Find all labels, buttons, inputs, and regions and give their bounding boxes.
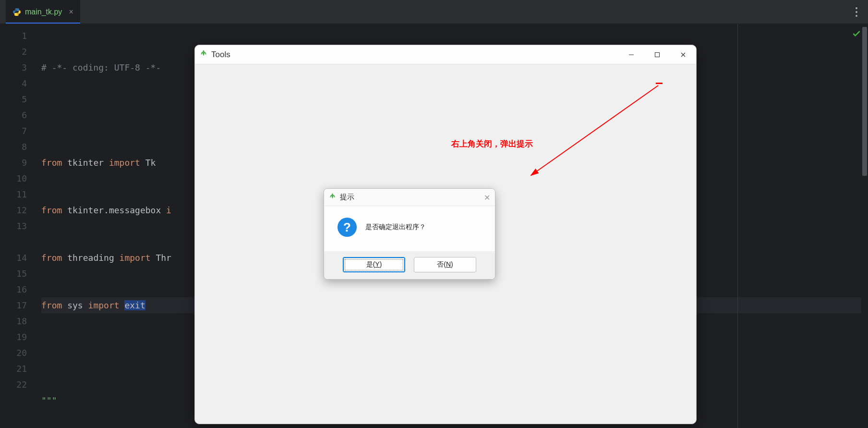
annotation-mark	[656, 81, 663, 86]
editor-scrollbar[interactable]	[861, 24, 868, 428]
dialog-title: 提示	[340, 193, 354, 202]
annotation-text: 右上角关闭，弹出提示	[451, 138, 533, 149]
right-margin-guide	[737, 24, 738, 428]
editor-tabbar: main_tk.py ×	[0, 0, 868, 24]
svg-rect-1	[655, 52, 660, 57]
tools-window: Tools 右上角关闭，弹出提示	[194, 45, 697, 424]
tools-body: 右上角关闭，弹出提示 提示 ✕ ? 是否确定退出程序？	[195, 64, 696, 424]
close-icon[interactable]: ×	[69, 8, 73, 16]
tools-title: Tools	[211, 50, 230, 60]
confirm-dialog: 提示 ✕ ? 是否确定退出程序？ 是(Y) 否(N)	[324, 188, 495, 280]
annotation-arrow	[517, 82, 670, 187]
code-line-8: """	[41, 395, 57, 405]
dialog-close-icon[interactable]: ✕	[484, 193, 490, 202]
analysis-ok-icon[interactable]	[852, 29, 861, 40]
python-icon	[12, 8, 21, 16]
line-number-gutter: 123 456 789 101112 1314 151617 181920 21…	[0, 24, 37, 428]
yes-button[interactable]: 是(Y)	[343, 257, 405, 272]
app-icon	[200, 49, 207, 60]
tab-label: main_tk.py	[25, 8, 62, 16]
svg-rect-3	[656, 83, 663, 84]
tools-titlebar[interactable]: Tools	[195, 45, 696, 64]
close-button[interactable]	[670, 45, 696, 64]
scrollbar-thumb[interactable]	[862, 27, 867, 176]
maximize-button[interactable]	[644, 45, 670, 64]
svg-rect-0	[629, 54, 634, 55]
minimize-button[interactable]	[618, 45, 644, 64]
tab-overflow-menu[interactable]	[856, 7, 857, 17]
tab-main-tk[interactable]: main_tk.py ×	[6, 0, 80, 24]
app-icon	[329, 192, 336, 202]
question-icon: ?	[338, 218, 357, 237]
dialog-message: 是否确定退出程序？	[365, 223, 426, 232]
code-line-1: # -*- coding: UTF-8 -*-	[41, 62, 161, 73]
no-button[interactable]: 否(N)	[414, 257, 476, 272]
svg-line-2	[531, 86, 658, 175]
dialog-titlebar[interactable]: 提示 ✕	[324, 189, 495, 206]
